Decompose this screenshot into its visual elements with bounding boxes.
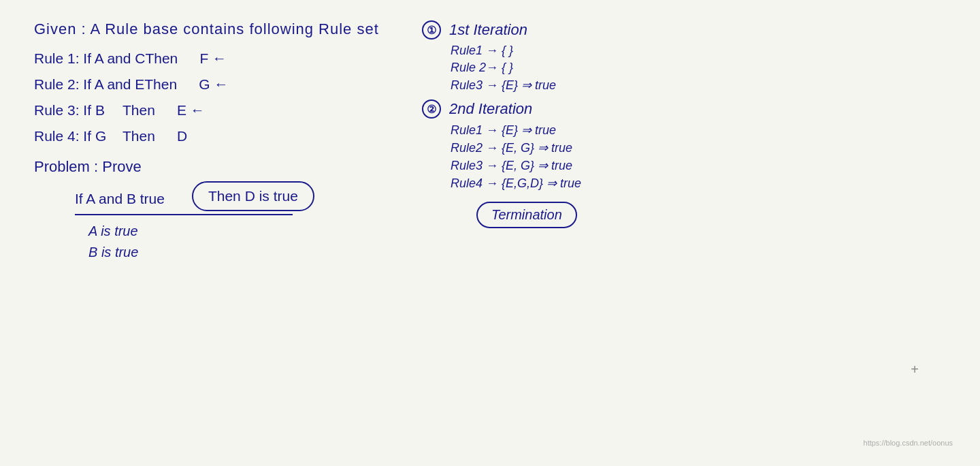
termination-bubble: Termination bbox=[476, 202, 577, 228]
problem-title: Problem : Prove bbox=[34, 158, 388, 176]
rule-row-1: Rule 1: If A and C Then F ← bbox=[34, 50, 388, 67]
iteration-2: ② 2nd Iteration Rule1 → {E} ⇒ true Rule2… bbox=[422, 99, 939, 191]
rule3-result: E ← bbox=[177, 102, 218, 119]
watermark: https://blog.csdn.net/oonus bbox=[864, 439, 953, 447]
iter2-rule2: Rule2 → {E, G} ⇒ true bbox=[451, 140, 939, 155]
then-bubble: Then D is true bbox=[192, 181, 314, 211]
fact-a: A is true bbox=[88, 223, 388, 239]
prove-underline bbox=[75, 214, 293, 215]
iter2-header: ② 2nd Iteration bbox=[422, 99, 939, 119]
plus-icon: + bbox=[911, 362, 919, 377]
iter2-rule3: Rule3 → {E, G} ⇒ true bbox=[451, 158, 939, 173]
rule4-then: Then bbox=[122, 128, 177, 144]
right-panel: ① 1st Iteration Rule1 → { } Rule 2→ { } … bbox=[402, 14, 960, 452]
iter1-rule3: Rule3 → {E} ⇒ true bbox=[451, 78, 939, 93]
problem-section: Problem : Prove If A and B true Then D i… bbox=[34, 158, 388, 260]
rule1-label: Rule 1: If A and C bbox=[34, 50, 145, 67]
given-title: Given : A Rule base contains following R… bbox=[34, 20, 388, 38]
iter1-rule2: Rule 2→ { } bbox=[451, 61, 939, 75]
iter1-rule1: Rule1 → { } bbox=[451, 44, 939, 58]
iter2-title: 2nd Iteration bbox=[449, 100, 532, 118]
fact-b: B is true bbox=[88, 245, 388, 260]
iter2-rule4: Rule4 → {E,G,D} ⇒ true bbox=[451, 176, 939, 191]
rule3-then: Then bbox=[122, 102, 177, 119]
rule4-result: D bbox=[177, 128, 218, 144]
iter2-circle: ② bbox=[422, 99, 441, 119]
rule3-label: Rule 3: If B bbox=[34, 102, 122, 119]
rule4-label: Rule 4: If G bbox=[34, 128, 122, 144]
rules-list: Rule 1: If A and C Then F ← Rule 2: If A… bbox=[34, 50, 388, 144]
prove-line: If A and B true bbox=[75, 191, 165, 207]
iter1-header: ① 1st Iteration bbox=[422, 20, 939, 40]
iter1-circle: ① bbox=[422, 20, 441, 40]
iteration-1: ① 1st Iteration Rule1 → { } Rule 2→ { } … bbox=[422, 20, 939, 93]
rule-row-3: Rule 3: If B Then E ← bbox=[34, 102, 388, 119]
left-panel: Given : A Rule base contains following R… bbox=[20, 14, 402, 452]
main-content: Given : A Rule base contains following R… bbox=[0, 0, 980, 466]
rule2-result: G ← bbox=[199, 76, 240, 93]
iter1-title: 1st Iteration bbox=[449, 21, 527, 39]
rule-row-2: Rule 2: If A and E Then G ← bbox=[34, 76, 388, 93]
rule1-then: Then bbox=[145, 50, 199, 67]
rule2-label: Rule 2: If A and E bbox=[34, 76, 144, 93]
iter2-rule1: Rule1 → {E} ⇒ true bbox=[451, 123, 939, 138]
rule2-then: Then bbox=[144, 76, 199, 93]
rule1-result: F ← bbox=[199, 50, 240, 67]
rule-row-4: Rule 4: If G Then D bbox=[34, 128, 388, 144]
